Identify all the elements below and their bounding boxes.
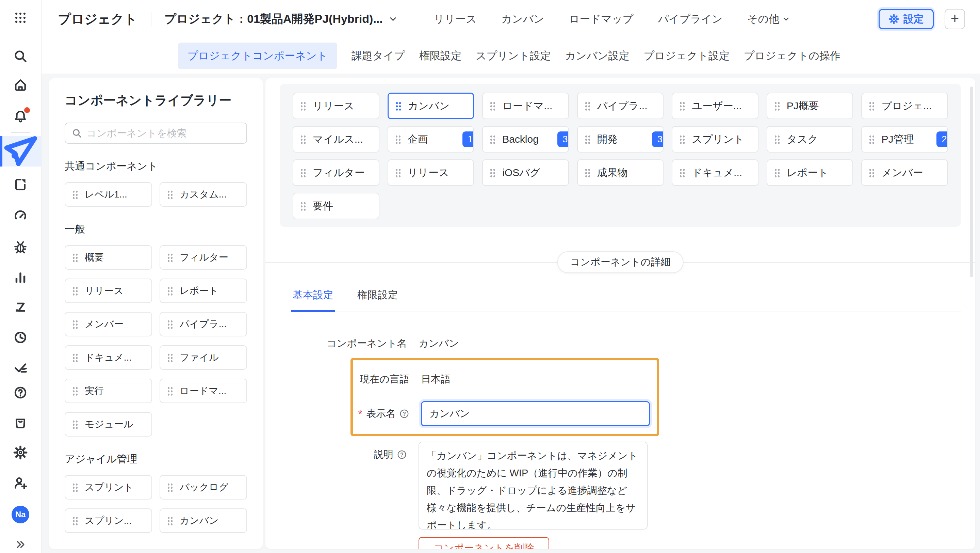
drag-handle-icon[interactable] — [300, 102, 306, 111]
project-component-chip[interactable]: ロードマ... — [482, 92, 569, 119]
header-nav-item[interactable]: カンバン — [501, 12, 544, 26]
library-component-chip[interactable]: ドキュメ... — [65, 345, 152, 370]
drag-handle-icon[interactable] — [72, 516, 78, 526]
sidebar-test-button[interactable] — [0, 236, 41, 258]
sidebar-invite-member-button[interactable] — [0, 472, 41, 494]
project-component-chip[interactable]: メンバー — [861, 159, 948, 186]
drag-handle-icon[interactable] — [72, 320, 78, 329]
sidebar-report-button[interactable] — [0, 267, 41, 288]
project-component-chip[interactable]: 成果物 — [577, 159, 664, 186]
drag-handle-icon[interactable] — [300, 202, 306, 211]
display-name-input[interactable] — [421, 401, 650, 426]
drag-handle-icon[interactable] — [395, 168, 401, 177]
subnav-tab[interactable]: スプリント設定 — [476, 49, 551, 63]
drag-handle-icon[interactable] — [300, 168, 306, 177]
sidebar-approval-button[interactable] — [0, 356, 41, 378]
sidebar-search-button[interactable] — [0, 45, 41, 67]
subnav-tab[interactable]: プロジェクト設定 — [643, 49, 729, 63]
drag-handle-icon[interactable] — [167, 353, 173, 362]
drag-handle-icon[interactable] — [869, 168, 875, 177]
sidebar-settings-button[interactable] — [0, 441, 41, 464]
project-component-chip[interactable]: 開発 3 — [577, 126, 664, 153]
subnav-tab[interactable]: 課題タイプ — [352, 49, 405, 63]
subnav-tab[interactable]: 権限設定 — [419, 49, 461, 63]
drag-handle-icon[interactable] — [395, 135, 401, 144]
drag-handle-icon[interactable] — [300, 135, 306, 144]
library-component-chip[interactable]: モジュール — [65, 412, 152, 437]
drag-handle-icon[interactable] — [72, 286, 78, 296]
help-circle-icon[interactable]: ? — [399, 409, 409, 419]
subnav-tab[interactable]: プロジェクトコンポーネント — [178, 43, 337, 69]
sidebar-dashboard-button[interactable] — [0, 205, 41, 227]
drag-handle-icon[interactable] — [679, 102, 685, 111]
project-component-chip[interactable]: PJ概要 — [767, 92, 853, 119]
drag-handle-icon[interactable] — [72, 190, 78, 199]
project-component-chip[interactable]: プロジェ... — [861, 92, 948, 119]
library-search-input[interactable] — [86, 128, 240, 139]
library-search[interactable] — [65, 123, 247, 144]
project-component-chip[interactable]: タスク — [767, 126, 853, 153]
sidebar-expand-button[interactable] — [0, 534, 41, 553]
drag-handle-icon[interactable] — [490, 102, 495, 111]
drag-handle-icon[interactable] — [167, 516, 173, 526]
drag-handle-icon[interactable] — [679, 135, 685, 144]
library-component-chip[interactable]: レポート — [159, 279, 247, 303]
project-component-chip[interactable]: パイプラ... — [577, 92, 664, 119]
project-component-chip[interactable]: リリース — [293, 92, 379, 119]
library-component-chip[interactable]: スプリント — [65, 475, 152, 500]
sidebar-home-button[interactable] — [0, 74, 41, 96]
project-component-chip[interactable]: リリース — [388, 159, 474, 186]
sidebar-app-store-button[interactable] — [0, 411, 41, 433]
add-component-button[interactable]: + — [945, 9, 965, 29]
detail-tab[interactable]: 基本設定 — [291, 288, 335, 312]
scrollbar-thumb[interactable] — [970, 86, 973, 277]
project-component-chip[interactable]: Backlog 3 — [482, 126, 569, 153]
project-component-chip[interactable]: ドキュメ... — [672, 159, 759, 186]
project-component-chip[interactable]: iOSバグ — [482, 159, 569, 186]
library-component-chip[interactable]: パイプラ... — [159, 312, 247, 336]
subnav-tab[interactable]: カンバン設定 — [565, 49, 630, 63]
drag-handle-icon[interactable] — [585, 168, 590, 177]
library-component-chip[interactable]: スプリン... — [65, 508, 152, 533]
drag-handle-icon[interactable] — [490, 135, 495, 144]
project-component-chip[interactable]: 要件 — [293, 193, 379, 219]
drag-handle-icon[interactable] — [585, 102, 590, 111]
sidebar-help-button[interactable] — [0, 382, 41, 403]
delete-component-button[interactable]: コンポーネントを削除 — [418, 537, 549, 549]
project-component-chip[interactable]: 企画 1 — [388, 126, 474, 153]
project-selector-dropdown[interactable]: プロジェクト：01製品A開発PJ(Hybrid)... — [164, 11, 398, 27]
drag-handle-icon[interactable] — [72, 253, 78, 262]
user-avatar[interactable]: Na — [0, 504, 41, 526]
sidebar-notifications-button[interactable] — [0, 105, 41, 127]
project-component-chip[interactable]: マイルス... — [293, 126, 379, 153]
drag-handle-icon[interactable] — [774, 168, 780, 177]
drag-handle-icon[interactable] — [490, 168, 495, 177]
drag-handle-icon[interactable] — [72, 483, 78, 492]
app-launcher-button[interactable] — [0, 7, 41, 29]
header-nav-item[interactable]: その他 — [747, 12, 790, 26]
library-component-chip[interactable]: 概要 — [65, 245, 152, 270]
library-component-chip[interactable]: フィルター — [159, 245, 247, 270]
library-component-chip[interactable]: ロードマ... — [159, 379, 247, 403]
drag-handle-icon[interactable] — [774, 102, 780, 111]
subnav-tab[interactable]: プロジェクトの操作 — [744, 49, 840, 63]
library-component-chip[interactable]: カスタム... — [159, 182, 247, 207]
drag-handle-icon[interactable] — [72, 353, 78, 362]
detail-tab[interactable]: 権限設定 — [356, 288, 399, 312]
library-component-chip[interactable]: ファイル — [159, 345, 247, 370]
help-circle-icon[interactable]: ? — [397, 449, 407, 460]
library-component-chip[interactable]: リリース — [65, 279, 152, 303]
drag-handle-icon[interactable] — [869, 135, 875, 144]
project-component-chip[interactable]: カンバン — [388, 92, 474, 119]
drag-handle-icon[interactable] — [679, 168, 685, 177]
drag-handle-icon[interactable] — [774, 135, 780, 144]
drag-handle-icon[interactable] — [167, 386, 173, 396]
header-nav-item[interactable]: リリース — [434, 12, 477, 26]
drag-handle-icon[interactable] — [72, 420, 78, 429]
project-component-chip[interactable]: ユーザー... — [672, 92, 759, 119]
project-component-chip[interactable]: フィルター — [293, 159, 379, 186]
sidebar-activity-button[interactable] — [0, 327, 41, 348]
library-component-chip[interactable]: カンバン — [159, 508, 247, 533]
library-component-chip[interactable]: バックログ — [159, 475, 247, 500]
header-nav-item[interactable]: ロードマップ — [569, 12, 633, 26]
